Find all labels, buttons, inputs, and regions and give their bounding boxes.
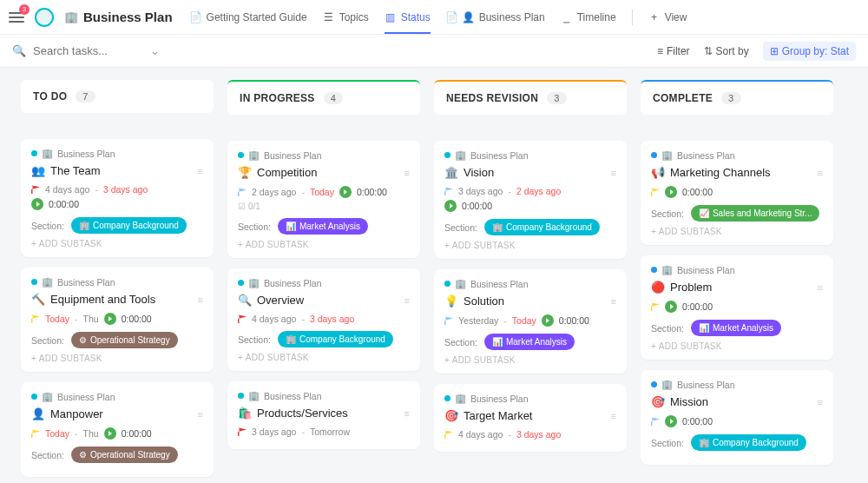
column-header-todo[interactable]: TO DO 7 [21, 80, 214, 113]
project-name: Business Plan [57, 149, 115, 159]
task-title: Marketing Channels [670, 166, 771, 179]
tab-status[interactable]: ▥ Status [385, 3, 431, 32]
flag-icon [31, 185, 40, 194]
play-icon[interactable] [104, 427, 116, 440]
column-header-in-progress[interactable]: IN PROGRESS 4 [227, 80, 420, 115]
description-icon: ≡ [611, 411, 616, 421]
due-date: Thu [83, 428, 99, 439]
person-icon: 👤 [463, 11, 475, 23]
building-icon: 🏢 [248, 277, 260, 288]
task-card[interactable]: 🏢Business Plan 📢Marketing Channels≡ 0:00… [641, 141, 833, 245]
task-card[interactable]: 🏢Business Plan 👥The Team≡ 4 days ago-3 d… [21, 139, 214, 257]
status-dot-icon [651, 381, 657, 387]
search-field[interactable] [33, 44, 120, 57]
add-subtask-button[interactable]: + ADD SUBTASK [31, 354, 203, 363]
column-title: IN PROGRESS [240, 92, 315, 104]
column-todo: TO DO 7 🏢Business Plan 👥The Team≡ 4 days… [21, 80, 214, 477]
description-icon: ≡ [818, 168, 823, 178]
task-card[interactable]: 🏢Business Plan 🛍️Products/Services≡ 3 da… [227, 381, 420, 449]
section-tag[interactable]: ⚙ Operational Strategy [71, 332, 178, 348]
task-card[interactable]: 🏢Business Plan 🎯Mission≡ 0:00:00 Section… [641, 370, 833, 465]
task-card[interactable]: 🏢Business Plan 🔨Equipment and Tools≡ Tod… [21, 268, 214, 372]
add-subtask-button[interactable]: + ADD SUBTASK [444, 241, 616, 250]
section-tag[interactable]: 📊 Market Analysis [691, 320, 781, 336]
project-name: Business Plan [264, 150, 322, 161]
task-card[interactable]: 🏢Business Plan 🏛️Vision≡ 3 days ago-2 da… [434, 141, 627, 259]
task-card[interactable]: 🏢Business Plan 🎯Target Market≡ 4 days ag… [434, 384, 627, 452]
play-icon[interactable] [444, 200, 457, 212]
task-title: Equipment and Tools [50, 293, 155, 306]
play-icon[interactable] [31, 198, 43, 210]
status-dot-icon [238, 393, 244, 399]
tab-label: Timeline [577, 11, 616, 23]
tab-timeline[interactable]: ⎯ Timeline [561, 3, 616, 32]
description-icon: ≡ [818, 397, 823, 407]
project-name: Business Plan [677, 150, 735, 161]
task-card[interactable]: 🏢Business Plan 🏆Competition≡ 2 days ago-… [227, 141, 420, 258]
section-tag[interactable]: 🏢 Company Background [278, 331, 393, 347]
workspace-name: Business Plan [83, 10, 173, 24]
breadcrumb: 🏢Business Plan [238, 149, 410, 161]
play-icon[interactable] [542, 314, 554, 327]
bag-icon: 🛍️ [238, 407, 252, 420]
add-subtask-button[interactable]: + ADD SUBTASK [651, 341, 823, 351]
tab-topics[interactable]: ☰ Topics [323, 3, 369, 32]
notification-badge: 3 [19, 4, 30, 15]
breadcrumb: 🏢Business Plan [444, 278, 616, 289]
task-card[interactable]: 🏢Business Plan 💡Solution≡ Yesterday-Toda… [434, 269, 627, 374]
play-icon[interactable] [665, 301, 677, 313]
search-input[interactable]: 🔍 ⌄ [12, 44, 160, 57]
card-list: 🏢Business Plan 🏆Competition≡ 2 days ago-… [227, 141, 420, 449]
menu-toggle[interactable]: 3 [9, 10, 24, 25]
column-header-complete[interactable]: COMPLETE 3 [641, 80, 833, 115]
play-icon[interactable] [104, 313, 116, 325]
timer-value: 0:00:00 [357, 187, 387, 197]
tab-getting-started[interactable]: 📄 Getting Started Guide [190, 3, 307, 32]
flag-icon [651, 417, 660, 426]
status-dot-icon [444, 395, 450, 401]
add-view-button[interactable]: + View [648, 3, 687, 32]
chevron-down-icon[interactable]: ⌄ [150, 44, 160, 57]
play-icon[interactable] [665, 186, 677, 198]
project-name: Business Plan [264, 391, 322, 401]
project-name: Business Plan [264, 278, 322, 288]
sort-button[interactable]: ⇅ Sort by [704, 45, 749, 57]
flag-icon [31, 429, 40, 438]
due-date: Thu [83, 314, 99, 324]
add-subtask-button[interactable]: + ADD SUBTASK [651, 227, 823, 236]
building-icon: 🏢 [455, 149, 466, 161]
add-subtask-button[interactable]: + ADD SUBTASK [31, 239, 203, 248]
section-tag[interactable]: 🏢 Company Background [691, 434, 806, 451]
tab-business-plan[interactable]: 📄 👤 Business Plan [446, 3, 545, 32]
due-date: 3 days ago [310, 314, 354, 324]
workspace-title[interactable]: 🏢 Business Plan [64, 10, 173, 24]
add-subtask-button[interactable]: + ADD SUBTASK [238, 240, 410, 249]
section-tag[interactable]: ⚙ Operational Strategy [71, 447, 178, 463]
section-tag[interactable]: 📈 Sales and Marketing Str... [691, 205, 820, 222]
section-tag[interactable]: 📊 Market Analysis [484, 334, 575, 350]
description-icon: ≡ [611, 296, 616, 307]
board-icon: ▥ [385, 11, 397, 23]
section-tag[interactable]: 📊 Market Analysis [278, 218, 368, 235]
group-by-button[interactable]: ⊞ Group by: Stat [763, 42, 856, 61]
due-date: Today [310, 187, 334, 197]
target-icon: 🎯 [444, 409, 458, 422]
add-subtask-button[interactable]: + ADD SUBTASK [238, 353, 410, 362]
column-header-revision[interactable]: NEEDS REVISION 3 [434, 80, 627, 115]
flag-icon [238, 427, 247, 436]
due-date: 2 days ago [516, 186, 561, 196]
play-icon[interactable] [665, 415, 677, 427]
add-subtask-button[interactable]: + ADD SUBTASK [444, 355, 616, 365]
task-card[interactable]: 🏢Business Plan 🔴Problem≡ 0:00:00 Section… [641, 255, 833, 360]
doc-icon: 📄 [190, 11, 202, 23]
play-icon[interactable] [339, 186, 352, 198]
group-label: Group by: Stat [782, 45, 849, 57]
section-tag[interactable]: 🏢 Company Background [484, 219, 600, 235]
filter-button[interactable]: ≡ Filter [657, 45, 690, 57]
view-tabs: 📄 Getting Started Guide ☰ Topics ▥ Statu… [190, 3, 687, 32]
task-card[interactable]: 🏢Business Plan 👤Manpower≡ Today-Thu0:00:… [21, 382, 214, 477]
task-card[interactable]: 🏢Business Plan 🔍Overview≡ 4 days ago-3 d… [227, 268, 420, 371]
search-toolbar: 🔍 ⌄ ≡ Filter ⇅ Sort by ⊞ Group by: Stat [0, 35, 868, 68]
section-tag[interactable]: 🏢 Company Background [71, 217, 187, 234]
logo-icon[interactable] [35, 8, 54, 27]
